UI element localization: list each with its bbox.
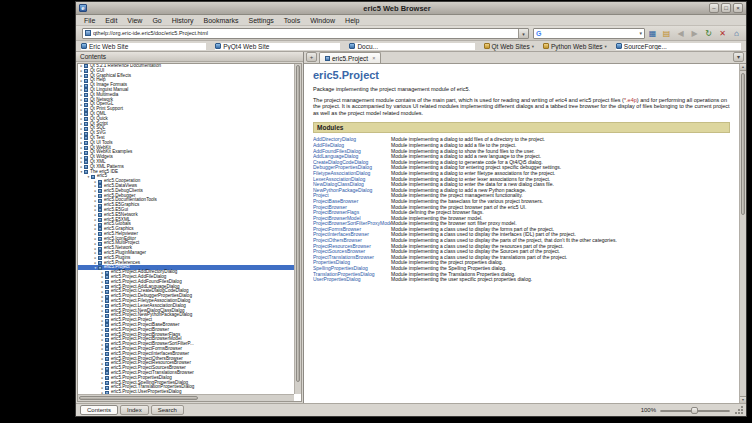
bookmark-label: Eric Web Site <box>89 43 128 50</box>
back-button[interactable]: ◀ <box>674 27 687 40</box>
navigation-toolbar: qthelp://org.eric-ide.eric5/doc/eric5.Pr… <box>76 26 746 41</box>
bookmark-label: PyQt4 Web Site <box>223 43 269 50</box>
document-icon <box>105 295 109 299</box>
document-icon <box>105 357 109 361</box>
page-vscroll-thumb[interactable] <box>741 73 745 215</box>
dock-header[interactable]: Contents <box>76 52 303 62</box>
document-icon <box>84 122 88 126</box>
document-icon <box>98 251 102 255</box>
menu-item[interactable]: History <box>167 17 199 24</box>
home-icon: ⌂ <box>734 29 739 38</box>
bookmark-item[interactable]: Qt Web Sites ▾ <box>484 43 534 50</box>
document-icon <box>98 266 102 270</box>
document-icon <box>105 309 109 313</box>
bookmark-item[interactable]: Eric Web Site <box>81 43 206 50</box>
bookmark-item[interactable]: Docu... <box>349 43 474 50</box>
bookmark-item[interactable]: SourceForge... <box>616 43 741 50</box>
document-icon <box>98 223 102 227</box>
document-icon <box>105 323 109 327</box>
maximize-button[interactable]: □ <box>721 3 731 13</box>
tree-vertical-scrollbar[interactable] <box>294 64 301 394</box>
url-text[interactable]: qthelp://org.eric-ide.eric5/doc/eric5.Pr… <box>93 30 518 36</box>
new-tab-button[interactable]: + <box>306 52 317 62</box>
documentation-page: eric5.Project Package implementing the p… <box>304 64 746 403</box>
forward-button[interactable]: ▶ <box>688 27 701 40</box>
sidebar-tab[interactable]: Index <box>120 405 149 415</box>
url-dropdown-icon[interactable]: ▾ <box>518 29 528 38</box>
close-button[interactable]: × <box>733 3 743 13</box>
page-vertical-scrollbar[interactable]: ▲ ▼ <box>739 64 746 403</box>
document-icon <box>84 84 88 88</box>
home-button[interactable]: ⌂ <box>730 27 743 40</box>
resize-grip[interactable] <box>734 405 744 415</box>
file-extension-text: *.e4p <box>624 97 637 103</box>
sidebar-tab[interactable]: Contents <box>80 405 118 415</box>
package-summary: Package implementing the project managem… <box>313 86 730 93</box>
document-icon <box>84 165 88 169</box>
bookmark-folder-arrow-icon: ▾ <box>605 44 607 49</box>
menu-item[interactable]: Window <box>305 17 340 24</box>
stop-button[interactable]: ✕ <box>716 27 729 40</box>
search-engine-dropdown-icon[interactable]: ▾ <box>639 30 642 36</box>
tree-hscroll-thumb[interactable] <box>79 396 198 400</box>
document-icon <box>84 69 88 73</box>
document-icon <box>84 64 88 68</box>
tree-vscroll-thumb[interactable] <box>296 65 300 382</box>
menu-item[interactable]: Help <box>340 17 364 24</box>
open-file-button[interactable]: ▤ <box>660 27 673 40</box>
tab-close-icon[interactable]: × <box>372 55 375 61</box>
menubar: File Edit View Go History Bookmarks Sett… <box>76 15 746 26</box>
menu-item[interactable]: Go <box>147 17 166 24</box>
document-icon <box>105 271 109 275</box>
menu-item[interactable]: File <box>79 17 100 24</box>
menu-item[interactable]: Edit <box>100 17 122 24</box>
bookmark-item[interactable]: PyQt4 Web Site <box>215 43 340 50</box>
document-icon <box>84 160 88 164</box>
tree-horizontal-scrollbar[interactable] <box>78 394 294 401</box>
bookmark-icon <box>543 43 549 49</box>
menu-item[interactable]: Tools <box>279 17 305 24</box>
scroll-up-icon[interactable]: ▲ <box>740 64 746 71</box>
scroll-down-icon[interactable]: ▼ <box>740 396 746 403</box>
bookmark-label: Python Web Sites <box>551 43 603 50</box>
menu-item[interactable]: View <box>122 17 147 24</box>
document-icon <box>98 256 102 260</box>
zoom-slider-handle[interactable] <box>691 407 698 414</box>
document-icon <box>98 218 102 222</box>
menu-item[interactable]: Bookmarks <box>199 17 244 24</box>
url-bar[interactable]: qthelp://org.eric-ide.eric5/doc/eric5.Pr… <box>82 28 529 39</box>
document-icon <box>98 237 102 241</box>
bookmark-item[interactable]: Python Web Sites ▾ <box>543 43 607 50</box>
document-icon <box>91 175 95 179</box>
document-icon <box>84 141 88 145</box>
new-tab-button[interactable]: ▦ <box>646 27 659 40</box>
menu-item[interactable]: Settings <box>244 17 279 24</box>
bookmark-folder-arrow-icon: ▾ <box>532 44 534 49</box>
eric5-web-browser-window: e eric5 Web Browser – □ × File Edit View… <box>75 1 747 417</box>
desktop-background: e eric5 Web Browser – □ × File Edit View… <box>0 0 752 423</box>
module-link[interactable]: UserPropertiesDialog <box>313 277 391 283</box>
back-arrow-icon: ◀ <box>677 29 683 38</box>
zoom-slider[interactable] <box>660 406 730 415</box>
reload-button[interactable]: ↻ <box>702 27 715 40</box>
status-bar: Contents Index Search 100% <box>76 403 746 416</box>
sidebar-tab[interactable]: Search <box>151 405 184 415</box>
tab-eric5-project[interactable]: eric5.Project × <box>319 52 381 63</box>
web-search-input[interactable]: G ▾ <box>533 28 645 39</box>
document-icon <box>105 338 109 342</box>
document-icon <box>84 74 88 78</box>
minimize-button[interactable]: – <box>709 3 719 13</box>
module-description: Module implementing the user specific pr… <box>391 277 532 283</box>
bookmark-icon <box>484 43 490 49</box>
document-icon <box>84 117 88 121</box>
dock-title: Contents <box>80 53 106 60</box>
document-icon <box>98 242 102 246</box>
bookmark-icon <box>349 43 355 49</box>
title-bar[interactable]: e eric5 Web Browser – □ × <box>76 2 746 15</box>
tab-list-button[interactable]: ▾ <box>733 52 744 62</box>
contents-tree-panel: ▸ Qt 5.2.1 Reference Documentation ▸ Qt … <box>77 63 302 402</box>
stop-icon: ✕ <box>719 29 726 38</box>
document-icon <box>105 376 109 380</box>
document-icon <box>98 227 102 231</box>
document-icon <box>98 232 102 236</box>
